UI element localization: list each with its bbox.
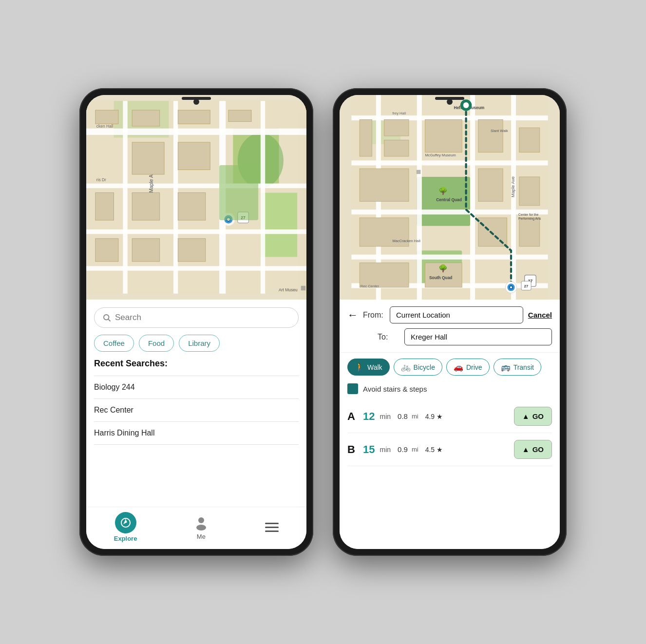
route-row-a: A 12 min 0.8 mi 4.9 ★ ▲ GO [347,400,552,433]
route-rating-b: 4.5 ★ [425,446,443,454]
transport-transit[interactable]: 🚌 Transit [494,359,541,376]
svg-rect-56 [384,119,409,136]
library-chip[interactable]: Library [179,335,220,352]
bottom-nav: Explore Me [86,507,306,549]
avoid-stairs-checkbox[interactable] [347,383,358,394]
svg-rect-59 [478,119,503,152]
from-row: ← From: Cancel [347,306,552,323]
svg-rect-19 [228,110,251,122]
svg-rect-52 [470,95,475,300]
transport-walk[interactable]: 🚶 Walk [347,359,390,376]
svg-rect-17 [178,142,210,170]
to-input[interactable] [404,328,552,345]
cancel-button[interactable]: Cancel [528,311,552,319]
svg-rect-6 [86,184,306,188]
svg-rect-21 [178,193,206,221]
svg-text:MacCracken Hall: MacCracken Hall [392,239,420,243]
svg-text:Slant Walk: Slant Walk [491,129,508,133]
phone-2-screen: Maple Ave [340,95,560,549]
recent-list: Biology 244 Rec Center Harris Dining Hal… [94,376,299,445]
svg-text:🌳: 🌳 [438,186,448,195]
svg-rect-35 [301,286,305,290]
svg-rect-81 [417,170,420,174]
svg-rect-5 [86,129,306,135]
svg-rect-8 [86,266,306,270]
svg-text:Maple Ave: Maple Ave [511,176,515,197]
svg-point-39 [198,517,204,523]
svg-text:ris Dr: ris Dr [96,177,106,182]
phone-2: Maple Ave [333,88,567,556]
svg-text:McGuffey Museum: McGuffey Museum [425,153,456,157]
svg-rect-23 [95,239,118,262]
svg-rect-36 [219,165,258,220]
svg-rect-63 [519,177,540,206]
avoid-row: Avoid stairs & steps [340,381,560,400]
svg-rect-10 [173,101,178,294]
svg-rect-12 [261,101,265,294]
route-dist-a: 0.8 [398,412,408,420]
food-chip[interactable]: Food [139,335,174,352]
to-row: To: [347,328,552,345]
directions-panel: ← From: Cancel To: 🚶 Walk [340,300,560,549]
nav-me[interactable]: Me [192,514,210,540]
go-icon-b: ▲ [522,445,530,454]
search-bar-container[interactable] [94,307,299,328]
route-time-unit-a: min [380,413,391,420]
transit-icon: 🚌 [501,362,511,372]
transport-bicycle[interactable]: 🚲 Bicycle [394,359,442,376]
svg-rect-18 [178,110,210,124]
phone-1-screen: Maple Ave cken Hall ris Dr [86,95,306,549]
walk-label: Walk [367,363,382,371]
svg-rect-3 [261,193,297,257]
svg-rect-55 [360,119,372,156]
svg-text:Rec Center: Rec Center [361,284,380,288]
route-dist-unit-b: mi [412,446,418,453]
svg-text:Central Quad: Central Quad [436,197,462,202]
phone-2-map[interactable]: Maple Ave [340,95,560,300]
go-button-b[interactable]: ▲ GO [514,440,552,459]
search-icon [102,313,111,322]
svg-rect-48 [351,255,548,260]
go-button-a[interactable]: ▲ GO [514,407,552,426]
svg-rect-51 [417,95,422,300]
recent-item-0[interactable]: Biology 244 [94,376,299,399]
svg-rect-60 [519,128,540,152]
svg-point-37 [104,315,109,320]
route-time-a: 12 [363,410,375,423]
svg-text:🌳: 🌳 [438,264,448,273]
svg-rect-9 [123,101,127,294]
svg-text:frey Hall: frey Hall [392,111,406,115]
svg-rect-62 [478,169,503,201]
phone-1-camera [193,99,199,105]
route-options: A 12 min 0.8 mi 4.9 ★ ▲ GO B 15 [340,400,560,549]
explore-icon [115,512,136,533]
search-panel: Coffee Food Library Recent Searches: Bio… [86,300,306,507]
phone-1: Maple Ave cken Hall ris Dr [79,88,313,556]
transport-drive[interactable]: 🚗 Drive [446,359,490,376]
recent-item-1[interactable]: Rec Center [94,399,299,422]
drive-icon: 🚗 [454,362,463,372]
route-rating-a: 4.9 ★ [425,413,443,420]
phone-1-map[interactable]: Maple Ave cken Hall ris Dr [86,95,306,300]
hamburger-menu[interactable] [265,523,279,532]
transport-chips: 🚶 Walk 🚲 Bicycle 🚗 Drive 🚌 Transit [340,353,560,381]
svg-rect-61 [360,169,409,201]
me-icon [192,514,210,531]
coffee-chip[interactable]: Coffee [94,335,134,352]
route-letter-b: B [347,443,359,456]
category-chips: Coffee Food Library [94,335,299,352]
svg-rect-22 [95,193,114,221]
go-icon-a: ▲ [522,412,530,420]
walk-icon: 🚶 [355,362,364,372]
nav-explore[interactable]: Explore [114,512,137,542]
svg-rect-7 [86,229,306,234]
from-input[interactable] [390,306,523,323]
from-label: From: [363,311,385,320]
svg-point-87 [510,286,512,288]
search-input[interactable] [115,313,290,322]
transit-label: Transit [513,363,534,371]
go-label-b: GO [532,445,544,454]
back-arrow-icon[interactable]: ← [347,309,358,322]
svg-rect-57 [384,140,409,156]
recent-item-2[interactable]: Harris Dining Hall [94,422,299,445]
